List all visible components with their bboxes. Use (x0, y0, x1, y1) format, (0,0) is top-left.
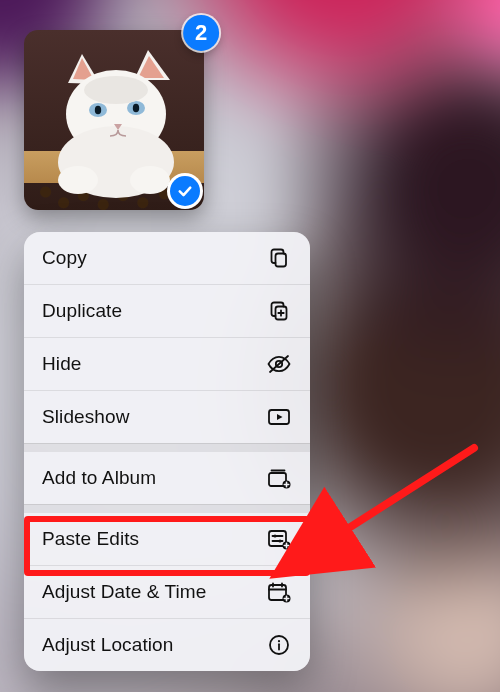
context-menu: Copy Duplicate Hide Sli (24, 232, 310, 671)
menu-item-label: Duplicate (42, 300, 122, 322)
menu-item-add-to-album[interactable]: Add to Album (24, 452, 310, 504)
menu-separator (24, 504, 310, 513)
menu-item-adjust-location[interactable]: Adjust Location (24, 618, 310, 671)
selected-photo-thumbnail[interactable]: 2 (24, 30, 204, 210)
menu-item-label: Copy (42, 247, 87, 269)
menu-separator (24, 443, 310, 452)
menu-item-label: Adjust Location (42, 634, 173, 656)
menu-item-label: Hide (42, 353, 81, 375)
duplicate-icon (266, 298, 292, 324)
menu-item-duplicate[interactable]: Duplicate (24, 284, 310, 337)
menu-item-label: Add to Album (42, 467, 156, 489)
selection-count-badge: 2 (183, 15, 219, 51)
annotation-arrow (312, 440, 482, 564)
menu-item-hide[interactable]: Hide (24, 337, 310, 390)
svg-point-16 (273, 534, 276, 537)
copy-icon (266, 245, 292, 271)
menu-item-label: Adjust Date & Time (42, 581, 206, 603)
calendar-add-icon (266, 579, 292, 605)
menu-item-label: Paste Edits (42, 528, 139, 550)
menu-item-copy[interactable]: Copy (24, 232, 310, 284)
selection-check-badge (170, 176, 200, 206)
check-icon (176, 182, 194, 200)
menu-item-adjust-date-time[interactable]: Adjust Date & Time (24, 565, 310, 618)
play-rectangle-icon (266, 404, 292, 430)
menu-item-slideshow[interactable]: Slideshow (24, 390, 310, 443)
svg-line-23 (330, 448, 474, 540)
svg-point-22 (278, 640, 280, 642)
svg-point-17 (278, 539, 281, 542)
eye-slash-icon (266, 351, 292, 377)
sliders-add-icon (266, 526, 292, 552)
info-icon (266, 632, 292, 658)
svg-rect-9 (276, 254, 287, 267)
menu-item-label: Slideshow (42, 406, 130, 428)
menu-item-paste-edits[interactable]: Paste Edits (24, 513, 310, 565)
album-add-icon (266, 465, 292, 491)
